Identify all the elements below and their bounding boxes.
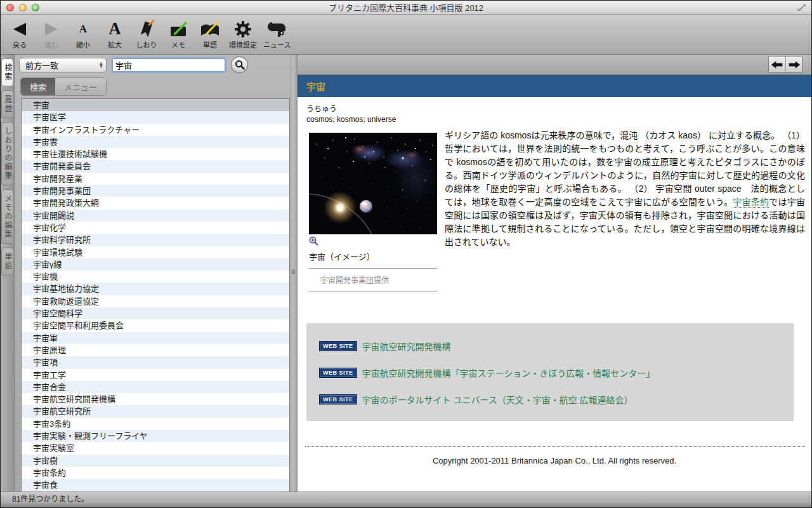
small-a-icon: A	[79, 18, 87, 39]
side-tab-strip: 検索 履歴 しおりの編集 メモの編集 単語	[1, 55, 15, 491]
copyright-divider	[305, 446, 805, 447]
list-item[interactable]: 宇宙軍	[22, 332, 289, 344]
list-item[interactable]: 宇宙項	[22, 356, 289, 368]
back-arrow-icon	[11, 18, 29, 39]
expand-diagonal-icon[interactable]	[797, 3, 806, 12]
web-link-item[interactable]: WEB SITE 宇宙航空研究開発機構	[319, 340, 787, 352]
list-item[interactable]: 宇宙開発産業	[22, 173, 289, 185]
list-item[interactable]: 宇宙救助返還協定	[22, 295, 289, 307]
figure-caption: 宇宙（イメージ）	[309, 250, 438, 262]
article-forward-button[interactable]	[785, 57, 802, 72]
figure-credit: 宇宙開発事業団提供	[309, 269, 438, 291]
web-site-badge: WEB SITE	[319, 341, 357, 351]
side-tab-words[interactable]: 単語	[1, 248, 13, 276]
article-panel: 宇宙 うちゅう cosmos; kosmos; universe	[298, 55, 811, 491]
side-tab-history[interactable]: 履歴	[1, 90, 13, 118]
tab-search[interactable]: 検索	[21, 78, 55, 95]
view-tabs: 検索 メニュー	[20, 77, 107, 96]
list-item[interactable]: 宇宙環境試験	[22, 246, 289, 258]
article-nav-bar	[298, 55, 811, 75]
web-link-label[interactable]: 宇宙航空研究開発機構「宇宙ステーション・きぼう広報・情報センター」	[362, 366, 655, 379]
body-link-space-treaty[interactable]: 宇宙条約	[733, 197, 769, 208]
web-link-label[interactable]: 宇宙のポータルサイト ユニバース（天文・宇宙・航空 広報連絡会）	[362, 393, 633, 406]
forward-button[interactable]: 進む	[39, 18, 64, 50]
gear-icon	[233, 18, 252, 39]
zoom-in-text-button[interactable]: A 拡大	[102, 18, 128, 50]
search-button[interactable]	[231, 57, 248, 73]
reading-translit: cosmos; kosmos; universe	[306, 114, 811, 124]
list-item[interactable]: 宇宙医学	[22, 111, 289, 123]
main-area: 検索 履歴 しおりの編集 メモの編集 単語 前方一致 ▲▼ ▼	[1, 55, 811, 491]
article-title: 宇宙	[298, 79, 325, 93]
news-button[interactable]: ニュース	[263, 18, 291, 50]
list-item[interactable]: 宇宙実験室	[22, 442, 289, 454]
app-window: ブリタニカ国際大百科事典 小項目版 2012 戻る 進む A 縮小	[0, 0, 812, 508]
list-item[interactable]: 宇宙原理	[22, 344, 289, 356]
list-item[interactable]: 宇宙化学	[22, 222, 289, 234]
list-item[interactable]: 宇宙開発事業団	[22, 185, 289, 197]
window-title: ブリタニカ国際大百科事典 小項目版 2012	[1, 1, 811, 13]
title-bar: ブリタニカ国際大百科事典 小項目版 2012	[1, 1, 811, 15]
word-register-button[interactable]: 単語	[197, 18, 223, 50]
memo-button[interactable]: メモ	[166, 18, 191, 50]
web-site-badge: WEB SITE	[319, 394, 357, 404]
right-arrow-icon	[788, 60, 801, 69]
bookmark-button[interactable]: しおり	[134, 18, 159, 50]
list-item[interactable]: 宇宙インフラストラクチャー	[22, 124, 289, 136]
select-stepper-icon: ▲▼	[99, 62, 103, 68]
list-item[interactable]: 宇宙工学	[22, 369, 289, 381]
side-tab-search[interactable]: 検索	[1, 58, 13, 86]
space-image[interactable]	[309, 133, 437, 234]
list-item[interactable]: 宇宙合金	[22, 381, 289, 393]
pane-splitter[interactable]	[290, 55, 298, 491]
web-link-item[interactable]: WEB SITE 宇宙のポータルサイト ユニバース（天文・宇宙・航空 広報連絡会…	[319, 393, 787, 406]
list-item[interactable]: 宇宙条約	[22, 467, 289, 479]
web-link-label[interactable]: 宇宙航空研究開発機構	[362, 340, 451, 352]
tab-menu[interactable]: メニュー	[55, 78, 106, 95]
reading-kana: うちゅう	[306, 104, 811, 114]
list-item[interactable]: 宇宙基地協力協定	[22, 283, 289, 295]
preferences-button[interactable]: 環境設定	[229, 18, 257, 50]
search-panel: 前方一致 ▲▼ ▼	[15, 55, 290, 491]
list-item[interactable]: 宇宙空間平和利用委員会	[22, 319, 289, 331]
status-message: 81件見つかりました。	[12, 493, 89, 504]
list-item[interactable]: 宇宙往還技術試験機	[22, 148, 289, 160]
list-item[interactable]: 宇宙実験・観測フリーフライヤ	[22, 430, 289, 442]
list-item[interactable]: 宇宙開発委員会	[22, 160, 289, 172]
view-tab-row: 検索 メニュー	[15, 75, 290, 98]
web-site-badge: WEB SITE	[319, 368, 357, 378]
list-item[interactable]: 宇宙	[22, 99, 289, 111]
splitter-grip	[292, 269, 295, 275]
side-tab-memo-edit[interactable]: メモの編集	[1, 189, 13, 244]
match-mode-select[interactable]: 前方一致 ▲▼	[19, 58, 107, 72]
list-item[interactable]: 宇宙3条約	[22, 418, 289, 430]
toolbar: 戻る 進む A 縮小 A 拡大 しおり	[1, 15, 811, 55]
status-bar-strip	[1, 504, 811, 507]
list-item[interactable]: 宇宙食	[22, 479, 289, 491]
search-icon	[235, 60, 245, 70]
list-item[interactable]: 宇宙雲	[22, 136, 289, 148]
article-back-button[interactable]	[769, 57, 785, 72]
list-item[interactable]: 宇宙樹	[22, 455, 289, 467]
list-item[interactable]: 宇宙航空研究所	[22, 405, 289, 417]
left-arrow-icon	[771, 60, 783, 69]
list-item[interactable]: 宇宙空間科学	[22, 307, 289, 319]
list-item[interactable]: 宇宙機	[22, 271, 289, 283]
word-book-icon	[199, 18, 221, 39]
web-links-box: WEB SITE 宇宙航空研究開発機構 WEB SITE 宇宙航空研究開発機構「…	[306, 323, 794, 421]
web-link-item[interactable]: WEB SITE 宇宙航空研究開発機構「宇宙ステーション・きぼう広報・情報センタ…	[319, 366, 787, 379]
zoom-out-text-button[interactable]: A 縮小	[70, 18, 96, 50]
list-item[interactable]: 宇宙航空研究開発機構	[22, 393, 289, 405]
list-item[interactable]: 宇宙γ線	[22, 258, 289, 271]
search-controls-row: 前方一致 ▲▼ ▼	[15, 55, 290, 75]
list-item[interactable]: 宇宙開発政策大綱	[22, 197, 289, 209]
image-zoom-icon[interactable]	[309, 236, 318, 246]
list-item[interactable]: 宇宙科学研究所	[22, 234, 289, 246]
large-a-icon: A	[108, 18, 121, 39]
article-body: ギリシア語の kosmosは元来秩序の意味で，混沌 （カオス kaos） に対立…	[445, 129, 805, 291]
back-button[interactable]: 戻る	[7, 18, 32, 50]
bookmark-icon	[137, 18, 156, 39]
side-tab-bookmark-edit[interactable]: しおりの編集	[1, 122, 13, 185]
search-input[interactable]	[113, 59, 226, 71]
list-item[interactable]: 宇宙開闢説	[22, 210, 289, 222]
